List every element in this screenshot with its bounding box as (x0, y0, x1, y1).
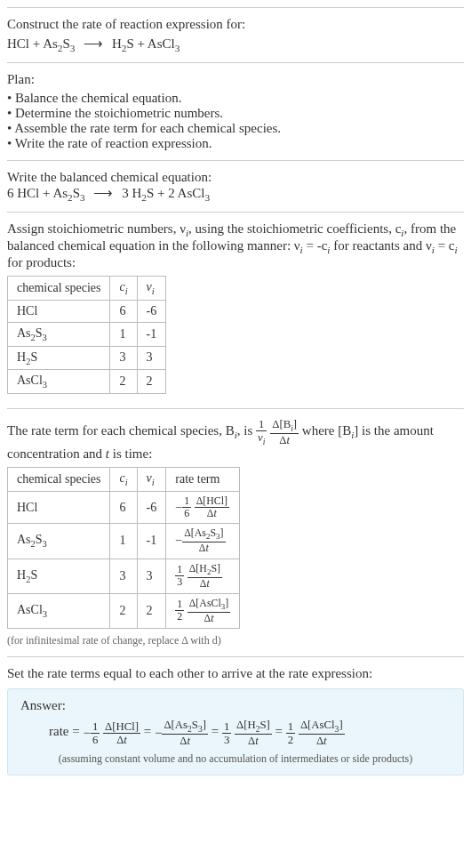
balanced-equation: 6 HCl + As2S3 ⟶ 3 H2S + 2 AsCl3 (7, 185, 464, 203)
col-ci: ci (110, 468, 137, 492)
frac-dbi-dt: Δ[Bi]Δt (270, 418, 299, 446)
table-row: As2S31-1 −Δ[As2S3]Δt (8, 524, 240, 559)
balanced-intro: Write the balanced chemical equation: (7, 170, 464, 185)
table-header-row: chemical species ci νi (8, 277, 166, 301)
answer-equation: rate = −16 Δ[HCl]Δt = −Δ[As2S3]Δt = 13 Δ… (49, 719, 451, 752)
final-intro: Set the rate terms equal to each other t… (7, 666, 464, 681)
col-rateterm: rate term (166, 468, 240, 492)
plan-title: Plan: (7, 72, 464, 87)
table-row: As2S31-1 (8, 322, 166, 346)
table-row: HCl6-6 −16 Δ[HCl]Δt (8, 492, 240, 524)
frac-one-over-nu: 1νi (256, 418, 267, 446)
answer-box: Answer: rate = −16 Δ[HCl]Δt = −Δ[As2S3]Δ… (7, 688, 464, 776)
plan-item: Determine the stoichiometric numbers. (7, 106, 464, 121)
final-section: Set the rate terms equal to each other t… (7, 656, 464, 784)
answer-note: (assuming constant volume and no accumul… (20, 752, 451, 766)
col-species: chemical species (8, 468, 110, 492)
plan-item: Write the rate of reaction expression. (7, 136, 464, 151)
stoich-section: Assign stoichiometric numbers, νi, using… (7, 212, 464, 408)
prompt-section: Construct the rate of reaction expressio… (7, 7, 464, 62)
table-row: H2S33 13 Δ[H2S]Δt (8, 559, 240, 593)
rateterm-table: chemical species ci νi rate term HCl6-6 … (7, 467, 240, 629)
rateterm-intro: The rate term for each chemical species,… (7, 418, 464, 462)
plan-section: Plan: Balance the chemical equation. Det… (7, 62, 464, 160)
stoich-intro: Assign stoichiometric numbers, νi, using… (7, 221, 464, 270)
answer-label: Answer: (20, 698, 451, 713)
prompt-text: Construct the rate of reaction expressio… (7, 17, 464, 32)
col-vi: νi (137, 468, 166, 492)
col-ci: ci (110, 277, 137, 301)
rateterm-caption: (for infinitesimal rate of change, repla… (7, 634, 464, 647)
table-header-row: chemical species ci νi rate term (8, 468, 240, 492)
plan-item: Assemble the rate term for each chemical… (7, 121, 464, 136)
stoich-table: chemical species ci νi HCl6-6 As2S31-1 H… (7, 276, 166, 394)
rateterm-section: The rate term for each chemical species,… (7, 408, 464, 656)
arrow-icon: ⟶ (84, 36, 103, 52)
table-row: H2S33 (8, 346, 166, 370)
plan-list: Balance the chemical equation. Determine… (7, 91, 464, 151)
plan-item: Balance the chemical equation. (7, 91, 464, 106)
col-species: chemical species (8, 277, 110, 301)
arrow-icon: ⟶ (93, 185, 113, 201)
col-vi: νi (137, 277, 166, 301)
table-row: AsCl322 (8, 370, 166, 394)
table-row: HCl6-6 (8, 300, 166, 322)
unbalanced-equation: HCl + As2S3 ⟶ H2S + AsCl3 (7, 36, 464, 53)
balanced-section: Write the balanced chemical equation: 6 … (7, 160, 464, 212)
table-row: AsCl322 12 Δ[AsCl3]Δt (8, 593, 240, 628)
